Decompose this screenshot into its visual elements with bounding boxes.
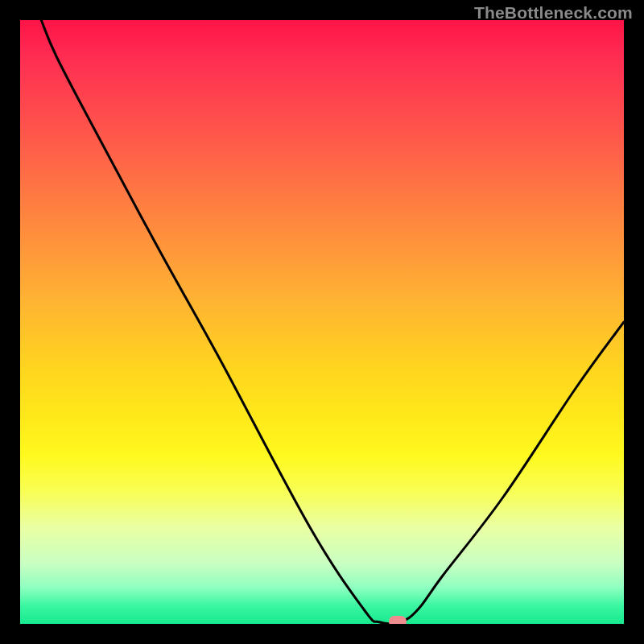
watermark-label: TheBottleneck.com — [474, 3, 633, 23]
plot-area — [20, 20, 624, 624]
bottleneck-curve — [20, 20, 624, 624]
chart-frame: TheBottleneck.com — [0, 0, 644, 644]
optimum-marker — [389, 616, 407, 624]
